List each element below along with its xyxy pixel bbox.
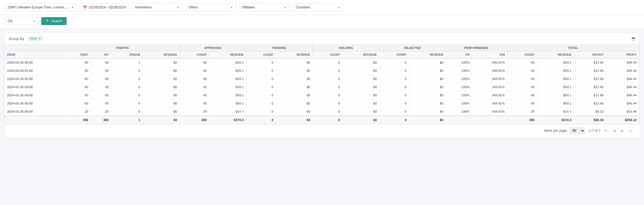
cell-payout: $12.66 xyxy=(574,67,606,75)
cell-pending-count: 0 xyxy=(246,108,276,116)
cell-rejected-count: 0 xyxy=(379,67,409,75)
main-content: Group By Hour ✕ ⬒ TRAFFIC APPROVED PENDI… xyxy=(0,29,644,141)
cell-hit: 60 xyxy=(91,75,111,83)
cell-hit: 20 xyxy=(91,108,111,116)
cell-hit: 60 xyxy=(91,67,111,75)
date-range-value: 02/26/2024 - 02/26/2024 xyxy=(89,5,126,9)
search-label: Search xyxy=(51,19,62,23)
cell-host: 60 xyxy=(65,83,91,91)
total-rej-rev: $0 xyxy=(409,116,446,124)
cell-hit: 60 xyxy=(91,83,111,91)
cell-approved-count: 60 xyxy=(179,58,209,67)
col-pending-revenue: REVENUE xyxy=(276,52,313,59)
cell-holding-rev: $0 xyxy=(342,83,379,91)
cell-rejected-count: 0 xyxy=(379,99,409,108)
cell-hour: 2024-02-26 05:00 xyxy=(5,99,65,108)
cell-payout: $4.22 xyxy=(574,108,606,116)
items-per-page-select[interactable]: 50 100 200 xyxy=(569,127,585,134)
cell-total-count: 20 xyxy=(507,108,537,116)
offers-label: Offers xyxy=(189,5,198,9)
table-row: 2024-02-26 03:00 60 60 0 $0 60 $59.1 0 $… xyxy=(5,83,639,91)
cell-pending-count: 0 xyxy=(246,83,276,91)
table-row: 2024-02-26 02:00 60 60 0 $0 60 $59.1 0 $… xyxy=(5,75,639,83)
cell-profit: $46.44 xyxy=(606,58,639,67)
cell-rejected-count: 0 xyxy=(379,75,409,83)
hour-tag-close-icon[interactable]: ✕ xyxy=(38,37,41,41)
cell-holding-count: 0 xyxy=(313,91,342,99)
cell-unique: 0 xyxy=(111,75,143,83)
countries-label: Countries xyxy=(296,5,310,9)
timezone-value: (GMT) Western Europe Time, London, ... xyxy=(8,5,69,9)
hour-tag-label: Hour xyxy=(30,37,37,41)
cell-traffic-rev: $0 xyxy=(143,83,179,91)
page-info: 1–7 of 7 xyxy=(588,129,601,133)
cell-profit: $46.44 xyxy=(606,99,639,108)
approved-group-header: APPROVED xyxy=(179,44,246,52)
col-hit: HIT xyxy=(91,52,111,59)
total-count: 380 xyxy=(507,116,537,124)
cell-rejected-rev: $0 xyxy=(409,58,446,67)
cell-pending-rev: $0 xyxy=(276,67,313,75)
first-page-button[interactable]: ⏮ xyxy=(602,128,610,134)
offers-select[interactable]: Offers ▼ xyxy=(185,3,236,11)
table-toolbar: Group By Hour ✕ ⬒ xyxy=(5,33,639,44)
advertisers-select[interactable]: Advertisers ▼ xyxy=(132,3,183,11)
total-app-rev: $374.3 xyxy=(209,116,246,124)
table-row: 2024-02-26 04:00 60 60 0 $0 60 $59.1 0 $… xyxy=(5,91,639,99)
cell-hit: 60 xyxy=(91,91,111,99)
cell-pending-rev: $0 xyxy=(276,75,313,83)
timezone-select[interactable]: (GMT) Western Europe Time, London, ... ▼ xyxy=(5,3,77,11)
table-row: 2024-02-26 06:00 20 20 0 $0 20 $19.7 0 $… xyxy=(5,108,639,116)
last-page-button[interactable]: ⏭ xyxy=(627,128,635,134)
affiliates-chevron-icon: ▼ xyxy=(284,6,287,9)
cell-total-rev: $59.1 xyxy=(537,91,574,99)
cell-total-count: 60 xyxy=(507,58,537,67)
cell-traffic-rev: $0 xyxy=(143,99,179,108)
total-pend-rev: $0 xyxy=(276,116,313,124)
cell-cr: 100% xyxy=(446,99,472,108)
total-label xyxy=(5,116,65,124)
group-by-label: Group By xyxy=(9,37,24,41)
col-cr: CR xyxy=(446,52,472,59)
cell-total-rev: $59.1 xyxy=(537,75,574,83)
prev-page-button[interactable]: ◀ xyxy=(611,128,618,134)
os-select[interactable]: OS ▼ xyxy=(5,17,38,25)
cell-payout: $12.66 xyxy=(574,58,606,67)
cell-pending-count: 0 xyxy=(246,75,276,83)
cell-cr: 100% xyxy=(446,91,472,99)
cell-traffic-rev: $0 xyxy=(143,67,179,75)
cell-approved-count: 60 xyxy=(179,67,209,75)
countries-select[interactable]: Countries ▼ xyxy=(293,3,343,11)
cell-holding-rev: $0 xyxy=(342,58,379,67)
search-button[interactable]: 🔍 Search xyxy=(41,17,67,25)
cell-pending-rev: $0 xyxy=(276,91,313,99)
date-range-select[interactable]: 📅 02/26/2024 - 02/26/2024 xyxy=(80,3,129,11)
pagination-controls: 1–7 of 7 ⏮ ◀ ▶ ⏭ xyxy=(588,128,635,134)
cell-cr: 100% xyxy=(446,75,472,83)
export-icon[interactable]: ⬒ xyxy=(632,36,635,41)
cell-roi: 366.82% xyxy=(472,75,507,83)
cell-unique: 0 xyxy=(111,99,143,108)
cell-total-rev: $59.1 xyxy=(537,67,574,75)
next-page-button[interactable]: ▶ xyxy=(619,128,626,134)
cell-rejected-count: 0 xyxy=(379,58,409,67)
cell-pending-rev: $0 xyxy=(276,83,313,91)
col-traffic-revenue: REVENUE xyxy=(143,52,179,59)
affiliates-label: Affiliates xyxy=(242,5,255,9)
cell-holding-rev: $0 xyxy=(342,108,379,116)
cell-approved-count: 20 xyxy=(179,108,209,116)
cell-total-count: 60 xyxy=(507,67,537,75)
cell-holding-count: 0 xyxy=(313,99,342,108)
affiliates-select[interactable]: Affiliates ▼ xyxy=(239,3,290,11)
col-total-count: COUNT xyxy=(507,52,537,59)
cell-holding-count: 0 xyxy=(313,58,342,67)
col-holding-revenue: REVENUE xyxy=(342,52,379,59)
cell-approved-rev: $19.7 xyxy=(209,108,246,116)
group-header-row: TRAFFIC APPROVED PENDING HOLDING REJECTE… xyxy=(5,44,639,52)
timezone-chevron-icon: ▼ xyxy=(71,6,74,9)
cell-roi: 366.82% xyxy=(472,91,507,99)
cell-rejected-rev: $0 xyxy=(409,83,446,91)
col-rejected-count: COUNT xyxy=(379,52,409,59)
cell-total-rev: $59.1 xyxy=(537,99,574,108)
cell-roi: 366.82% xyxy=(472,99,507,108)
